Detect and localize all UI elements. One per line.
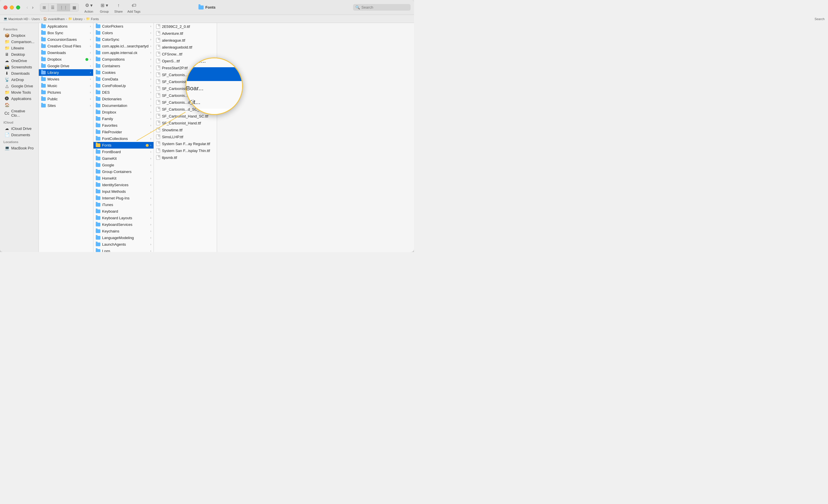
col2-corefollowup[interactable]: CoreFollowUp › [93,83,154,89]
col3-sf5[interactable]: SF_Cartoonis...d_SC_Bold.ttf [154,99,217,106]
column-view-button[interactable]: ⋮⋮ [57,4,70,11]
col1-google-drive[interactable]: Google Drive › [39,63,93,69]
icon-view-button[interactable]: ⊞ [40,4,49,11]
col3-pressstart[interactable]: PressStart2P.ttf [154,64,217,71]
col2-apple-icl[interactable]: com.apple.icl...searchpartyd › [93,43,154,49]
col2-launchagents[interactable]: LaunchAgents › [93,241,154,248]
sidebar-item-googledrive[interactable]: △ Google Drive [1,83,37,89]
path-users[interactable]: Users [32,17,40,21]
path-user[interactable]: 🏠 evankillham [43,17,65,21]
col3-sf1[interactable]: SF_Cartoonis...Bold_Italic.ttf [154,71,217,78]
col2-itunes[interactable]: iTunes › [93,201,154,208]
sidebar-item-comparison[interactable]: 📁 Comparison... [1,39,37,45]
col1-movies[interactable]: Movies › [39,76,93,83]
col1-creative-cloud[interactable]: Creative Cloud Files › [39,43,93,49]
col3-sf4[interactable]: SF_Cartoonis...Bold_Italic.ttf [154,92,217,99]
col1-boxsync[interactable]: Box Sync › [39,30,93,36]
col2-coredata[interactable]: CoreData › [93,76,154,83]
col2-documentation[interactable]: Documentation › [93,102,154,109]
col3-simslhp[interactable]: SimsLLHP.ttf [154,133,217,140]
share-button[interactable]: ↑ [116,2,121,9]
col2-compositions[interactable]: Compositions › [93,56,154,63]
sidebar-item-macbook[interactable]: 💻 MacBook Pro [1,145,37,151]
col1-sites[interactable]: Sites › [39,102,93,109]
col1-pictures[interactable]: Pictures › [39,89,93,96]
action-button[interactable]: ⚙ ▾ [83,1,94,9]
col2-containers[interactable]: Containers › [93,63,154,69]
col3-systemsanf2[interactable]: System San F...isplay Thin.ttf [154,147,217,154]
sidebar-item-icloud-drive[interactable]: ☁ iCloud Drive [1,125,37,132]
path-macintosh[interactable]: 💻 Macintosh HD [3,17,28,21]
col3-sf8[interactable]: SF_Cartoonist_Hand.ttf [154,120,217,127]
col2-dropbox[interactable]: Dropbox › [93,109,154,116]
col2-colorsync[interactable]: ColorSync › [93,36,154,43]
col2-fileprovider[interactable]: FileProvider › [93,129,154,135]
col3-alienleague[interactable]: alienleague.ttf [154,37,217,44]
list-view-button[interactable]: ☰ [49,4,57,11]
sidebar-item-applications[interactable]: 🅐 Applications [1,95,37,102]
col2-fonts[interactable]: Fonts › [93,142,154,148]
back-button[interactable]: ‹ [25,4,30,11]
sidebar-item-downloads[interactable]: ⬇ Downloads [1,70,37,77]
col2-colors[interactable]: Colors › [93,30,154,36]
col3-sf6[interactable]: SF_Cartoonis...d_SC_Italic.ttf [154,106,217,112]
col2-google[interactable]: Google › [93,162,154,168]
col3-sf2[interactable]: SF_Cartoonist_Hand_Bold.ttf [154,78,217,85]
col2-favorites[interactable]: Favorites › [93,122,154,129]
col1-concursion[interactable]: ConcursionSaves › [39,36,93,43]
col2-family[interactable]: Family › [93,116,154,122]
col3-opens[interactable]: OpenS...ttf [154,57,217,64]
sidebar-item-desktop[interactable]: 🖥 Desktop [1,51,37,57]
col2-fontcollections[interactable]: FontCollections › [93,135,154,142]
col1-applications[interactable]: Applications › [39,23,93,30]
sidebar-item-home[interactable]: 🏠 [1,102,37,108]
minimize-button[interactable] [10,5,14,9]
col3-cfsnow[interactable]: CFSnow...ttf [154,51,217,57]
col2-dictionaries[interactable]: Dictionaries › [93,96,154,102]
col1-dropbox[interactable]: Dropbox › [39,56,93,63]
col1-public[interactable]: Public › [39,96,93,102]
search-input[interactable] [361,5,408,9]
col2-keyboard[interactable]: Keyboard › [93,208,154,215]
col2-keyboard-layouts[interactable]: Keyboard Layouts › [93,215,154,221]
sidebar-item-onedrive[interactable]: ☁ OneDrive [1,57,37,64]
col2-languagemodeling[interactable]: LanguageModeling › [93,234,154,241]
sidebar-item-screenshots[interactable]: 📸 Screenshots [1,64,37,70]
col1-music[interactable]: Music › [39,83,93,89]
col3-tlpsmb[interactable]: tlpsmb.ttf [154,154,217,161]
path-fonts[interactable]: 📁 Fonts [86,17,99,21]
col3-adventure[interactable]: Adventure.ttf [154,30,217,37]
sidebar-item-airdrop[interactable]: 📡 AirDrop [1,77,37,83]
col2-gamekit[interactable]: GameKit › [93,155,154,162]
search-box[interactable]: 🔍 [353,4,411,11]
col2-keyboardservices[interactable]: KeyboardServices › [93,221,154,228]
col1-library[interactable]: Library › [39,69,93,76]
col2-homekit[interactable]: HomeKit › [93,175,154,182]
col2-input-methods[interactable]: Input Methods › [93,188,154,195]
col2-group-containers[interactable]: Group Containers › [93,168,154,175]
col3-systemsanf1[interactable]: System San F...ay Regular.ttf [154,140,217,147]
sidebar-item-movietools[interactable]: 📁 Movie Tools [1,89,37,95]
col2-keychains[interactable]: Keychains › [93,228,154,234]
path-library[interactable]: 📁 Library [68,17,83,21]
col3-sf3[interactable]: SF_Cartoonist_Hand_Italic.ttf [154,85,217,92]
col2-apple-internal[interactable]: com.apple.internal.ck › [93,49,154,56]
col2-internet-plug-ins[interactable]: Internet Plug-Ins › [93,195,154,201]
col3-sf7[interactable]: SF_Cartoonist_Hand_SC.ttf [154,112,217,120]
col2-des[interactable]: DES › [93,89,154,96]
col2-colorpickers[interactable]: ColorPickers › [93,23,154,30]
col2-frontboard[interactable]: FrontBoard › [93,148,154,155]
close-button[interactable] [3,5,7,9]
maximize-button[interactable] [16,5,20,9]
col3-alienleaguebold[interactable]: alienleaguebold.ttf [154,44,217,51]
col2-identityservices[interactable]: IdentityServices › [93,182,154,188]
col2-cookies[interactable]: Cookies › [93,69,154,76]
sidebar-item-dropbox[interactable]: 📦 Dropbox [1,32,37,39]
col3-2e599c2[interactable]: 2E599C2_2_0.ttf [154,23,217,30]
group-button[interactable]: ⊞ ▾ [99,1,110,9]
sidebar-item-documents[interactable]: 📄 Documents [1,132,37,138]
forward-button[interactable]: › [30,4,35,11]
sidebar-item-lifewire[interactable]: 📁 Lifewire [1,45,37,51]
sidebar-item-creativeclo[interactable]: Cc Creative Clo... [1,108,37,119]
col2-logs[interactable]: Logs › [93,248,154,252]
